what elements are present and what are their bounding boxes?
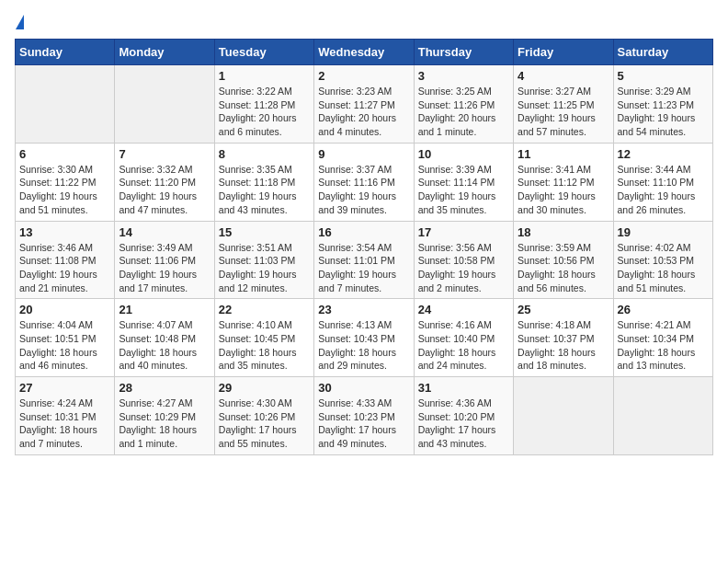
day-detail: Sunrise: 3:27 AM Sunset: 11:25 PM Daylig… bbox=[518, 85, 609, 139]
day-detail: Sunrise: 4:02 AM Sunset: 10:53 PM Daylig… bbox=[618, 241, 709, 295]
day-number: 16 bbox=[318, 225, 409, 239]
day-number: 24 bbox=[418, 303, 509, 316]
day-detail: Sunrise: 3:54 AM Sunset: 11:01 PM Daylig… bbox=[318, 241, 409, 295]
day-detail: Sunrise: 3:49 AM Sunset: 11:06 PM Daylig… bbox=[119, 241, 210, 295]
day-detail: Sunrise: 3:32 AM Sunset: 11:20 PM Daylig… bbox=[119, 163, 210, 217]
day-number: 22 bbox=[219, 303, 310, 316]
table-cell: 10Sunrise: 3:39 AM Sunset: 11:14 PM Dayl… bbox=[414, 143, 513, 221]
day-number: 5 bbox=[618, 69, 709, 83]
day-detail: Sunrise: 4:18 AM Sunset: 10:37 PM Daylig… bbox=[518, 318, 609, 373]
day-number: 31 bbox=[418, 381, 509, 395]
week-row-5: 27Sunrise: 4:24 AM Sunset: 10:31 PM Dayl… bbox=[16, 377, 713, 455]
week-row-4: 20Sunrise: 4:04 AM Sunset: 10:51 PM Dayl… bbox=[16, 299, 713, 377]
week-row-1: 1Sunrise: 3:22 AM Sunset: 11:28 PM Dayli… bbox=[16, 65, 713, 144]
day-number: 25 bbox=[518, 303, 609, 316]
day-number: 7 bbox=[119, 147, 210, 161]
day-detail: Sunrise: 4:21 AM Sunset: 10:34 PM Daylig… bbox=[618, 318, 709, 373]
calendar-table: SundayMondayTuesdayWednesdayThursdayFrid… bbox=[15, 39, 713, 455]
table-cell bbox=[16, 65, 115, 144]
table-cell: 22Sunrise: 4:10 AM Sunset: 10:45 PM Dayl… bbox=[214, 299, 313, 377]
day-number: 14 bbox=[119, 225, 210, 239]
day-detail: Sunrise: 4:36 AM Sunset: 10:20 PM Daylig… bbox=[418, 396, 509, 451]
day-number: 23 bbox=[318, 303, 409, 316]
day-number: 12 bbox=[618, 147, 709, 161]
day-detail: Sunrise: 3:51 AM Sunset: 11:03 PM Daylig… bbox=[219, 241, 310, 295]
table-cell: 8Sunrise: 3:35 AM Sunset: 11:18 PM Dayli… bbox=[214, 143, 313, 221]
day-detail: Sunrise: 4:13 AM Sunset: 10:43 PM Daylig… bbox=[318, 318, 409, 373]
table-cell: 16Sunrise: 3:54 AM Sunset: 11:01 PM Dayl… bbox=[314, 221, 414, 299]
day-detail: Sunrise: 3:59 AM Sunset: 10:56 PM Daylig… bbox=[518, 241, 609, 295]
day-number: 27 bbox=[19, 381, 110, 395]
table-cell: 24Sunrise: 4:16 AM Sunset: 10:40 PM Dayl… bbox=[414, 299, 513, 377]
header-thursday: Thursday bbox=[414, 40, 513, 65]
day-detail: Sunrise: 4:27 AM Sunset: 10:29 PM Daylig… bbox=[119, 396, 210, 451]
table-cell: 28Sunrise: 4:27 AM Sunset: 10:29 PM Dayl… bbox=[115, 377, 214, 455]
table-cell: 9Sunrise: 3:37 AM Sunset: 11:16 PM Dayli… bbox=[314, 143, 414, 221]
day-detail: Sunrise: 4:33 AM Sunset: 10:23 PM Daylig… bbox=[318, 396, 409, 451]
table-cell bbox=[613, 377, 712, 455]
day-detail: Sunrise: 3:29 AM Sunset: 11:23 PM Daylig… bbox=[618, 85, 709, 139]
day-number: 21 bbox=[119, 303, 210, 316]
day-detail: Sunrise: 4:07 AM Sunset: 10:48 PM Daylig… bbox=[119, 318, 210, 373]
table-cell: 15Sunrise: 3:51 AM Sunset: 11:03 PM Dayl… bbox=[214, 221, 313, 299]
table-cell: 30Sunrise: 4:33 AM Sunset: 10:23 PM Dayl… bbox=[314, 377, 414, 455]
table-cell: 20Sunrise: 4:04 AM Sunset: 10:51 PM Dayl… bbox=[16, 299, 115, 377]
day-detail: Sunrise: 3:39 AM Sunset: 11:14 PM Daylig… bbox=[418, 163, 509, 217]
day-detail: Sunrise: 3:56 AM Sunset: 10:58 PM Daylig… bbox=[418, 241, 509, 295]
day-number: 29 bbox=[219, 381, 310, 395]
day-detail: Sunrise: 3:37 AM Sunset: 11:16 PM Daylig… bbox=[318, 163, 409, 217]
table-cell: 5Sunrise: 3:29 AM Sunset: 11:23 PM Dayli… bbox=[613, 65, 712, 144]
day-detail: Sunrise: 4:10 AM Sunset: 10:45 PM Daylig… bbox=[219, 318, 310, 373]
day-detail: Sunrise: 3:25 AM Sunset: 11:26 PM Daylig… bbox=[418, 85, 509, 139]
day-detail: Sunrise: 3:30 AM Sunset: 11:22 PM Daylig… bbox=[19, 163, 110, 217]
table-cell bbox=[514, 377, 613, 455]
day-number: 30 bbox=[318, 381, 409, 395]
header-saturday: Saturday bbox=[613, 40, 712, 65]
logo bbox=[15, 15, 24, 29]
day-detail: Sunrise: 3:35 AM Sunset: 11:18 PM Daylig… bbox=[219, 163, 310, 217]
header-tuesday: Tuesday bbox=[214, 40, 313, 65]
day-number: 9 bbox=[318, 147, 409, 161]
day-number: 13 bbox=[19, 225, 110, 239]
day-detail: Sunrise: 4:24 AM Sunset: 10:31 PM Daylig… bbox=[19, 396, 110, 451]
day-number: 10 bbox=[418, 147, 509, 161]
week-row-2: 6Sunrise: 3:30 AM Sunset: 11:22 PM Dayli… bbox=[16, 143, 713, 221]
table-cell: 4Sunrise: 3:27 AM Sunset: 11:25 PM Dayli… bbox=[514, 65, 613, 144]
header-friday: Friday bbox=[514, 40, 613, 65]
day-number: 11 bbox=[518, 147, 609, 161]
table-cell: 31Sunrise: 4:36 AM Sunset: 10:20 PM Dayl… bbox=[414, 377, 513, 455]
day-detail: Sunrise: 4:04 AM Sunset: 10:51 PM Daylig… bbox=[19, 318, 110, 373]
day-number: 8 bbox=[219, 147, 310, 161]
day-number: 26 bbox=[618, 303, 709, 316]
day-number: 18 bbox=[518, 225, 609, 239]
table-cell: 27Sunrise: 4:24 AM Sunset: 10:31 PM Dayl… bbox=[16, 377, 115, 455]
table-cell: 6Sunrise: 3:30 AM Sunset: 11:22 PM Dayli… bbox=[16, 143, 115, 221]
table-cell: 13Sunrise: 3:46 AM Sunset: 11:08 PM Dayl… bbox=[16, 221, 115, 299]
table-cell: 7Sunrise: 3:32 AM Sunset: 11:20 PM Dayli… bbox=[115, 143, 214, 221]
table-cell bbox=[115, 65, 214, 144]
table-cell: 17Sunrise: 3:56 AM Sunset: 10:58 PM Dayl… bbox=[414, 221, 513, 299]
logo-triangle-icon bbox=[16, 15, 24, 29]
table-cell: 21Sunrise: 4:07 AM Sunset: 10:48 PM Dayl… bbox=[115, 299, 214, 377]
day-number: 6 bbox=[19, 147, 110, 161]
weekday-header-row: SundayMondayTuesdayWednesdayThursdayFrid… bbox=[16, 40, 713, 65]
day-number: 3 bbox=[418, 69, 509, 83]
day-detail: Sunrise: 4:16 AM Sunset: 10:40 PM Daylig… bbox=[418, 318, 509, 373]
day-number: 19 bbox=[618, 225, 709, 239]
week-row-3: 13Sunrise: 3:46 AM Sunset: 11:08 PM Dayl… bbox=[16, 221, 713, 299]
day-number: 2 bbox=[318, 69, 409, 83]
table-cell: 14Sunrise: 3:49 AM Sunset: 11:06 PM Dayl… bbox=[115, 221, 214, 299]
table-cell: 19Sunrise: 4:02 AM Sunset: 10:53 PM Dayl… bbox=[613, 221, 712, 299]
day-number: 17 bbox=[418, 225, 509, 239]
table-cell: 1Sunrise: 3:22 AM Sunset: 11:28 PM Dayli… bbox=[214, 65, 313, 144]
table-cell: 18Sunrise: 3:59 AM Sunset: 10:56 PM Dayl… bbox=[514, 221, 613, 299]
day-number: 4 bbox=[518, 69, 609, 83]
day-detail: Sunrise: 3:46 AM Sunset: 11:08 PM Daylig… bbox=[19, 241, 110, 295]
day-detail: Sunrise: 4:30 AM Sunset: 10:26 PM Daylig… bbox=[219, 396, 310, 451]
table-cell: 12Sunrise: 3:44 AM Sunset: 11:10 PM Dayl… bbox=[613, 143, 712, 221]
table-cell: 11Sunrise: 3:41 AM Sunset: 11:12 PM Dayl… bbox=[514, 143, 613, 221]
table-cell: 29Sunrise: 4:30 AM Sunset: 10:26 PM Dayl… bbox=[214, 377, 313, 455]
day-number: 28 bbox=[119, 381, 210, 395]
header-monday: Monday bbox=[115, 40, 214, 65]
table-cell: 23Sunrise: 4:13 AM Sunset: 10:43 PM Dayl… bbox=[314, 299, 414, 377]
